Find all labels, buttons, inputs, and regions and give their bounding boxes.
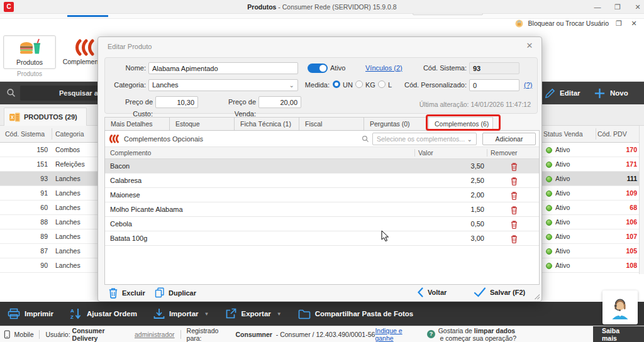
system-code-input[interactable] — [469, 62, 519, 74]
custom-code-input[interactable] — [469, 79, 519, 91]
registered-label: Registrado para: — [187, 327, 234, 342]
duplicate-button[interactable]: Duplicar — [155, 287, 196, 298]
trash-icon[interactable] — [488, 231, 540, 246]
support-chat-button[interactable] — [602, 290, 638, 324]
minimize-button[interactable]: — — [589, 0, 606, 14]
tab-fiscal[interactable]: Fiscal — [299, 117, 364, 131]
share-photos-button[interactable]: Compartilhar Pasta de Fotos — [298, 309, 414, 319]
status-badge: Ativo — [546, 229, 570, 244]
title-bar: C Produtos - Consumer Rede (SERVIDOR) 15… — [0, 0, 644, 14]
complement-row[interactable]: Maionese 2,00 — [105, 188, 539, 202]
column-header-pdv[interactable]: Cód. PDV — [597, 126, 627, 143]
svg-text:A: A — [70, 308, 74, 314]
radio-l[interactable] — [378, 80, 386, 88]
complements-icon — [109, 134, 119, 144]
custom-code-label: Cód. Personalizado: — [399, 79, 467, 91]
products-section-header[interactable]: PRODUTOS (29) — [4, 108, 87, 126]
status-dot-icon — [546, 162, 552, 168]
referral-link[interactable]: Indique e ganhe — [375, 327, 421, 342]
trash-icon[interactable] — [488, 159, 540, 174]
column-header-complement[interactable]: Complemento — [110, 147, 151, 159]
status-badge: Ativo — [546, 172, 570, 186]
trash-icon[interactable] — [488, 174, 540, 188]
column-header-category[interactable]: Categoria — [55, 126, 84, 143]
status-dot-icon — [546, 263, 552, 269]
status-dot-icon — [546, 205, 552, 211]
status-dot-icon — [546, 190, 552, 197]
trash-icon[interactable] — [488, 202, 540, 217]
modal-title: Editar Produto — [108, 43, 152, 50]
export-button[interactable]: Exportar ▼ — [225, 308, 281, 319]
caret-down-icon[interactable]: ▼ — [277, 311, 282, 317]
trash-icon[interactable] — [488, 188, 540, 202]
menu-right-cluster: Bloquear ou Trocar Usuário ❐ ✕ — [515, 14, 639, 33]
lock-icon — [515, 19, 523, 28]
complement-row[interactable]: Calabresa 2,50 — [105, 174, 539, 188]
add-complement-button[interactable]: Adicionar — [482, 133, 536, 145]
active-toggle[interactable] — [308, 63, 328, 73]
tab-ficha-tecnica[interactable]: Ficha Técnica (1) — [234, 117, 299, 131]
import-button[interactable]: Importar ▼ — [153, 308, 209, 319]
back-button[interactable]: Voltar — [417, 287, 447, 297]
status-badge: Ativo — [546, 244, 570, 258]
sort-order-button[interactable]: AZ Ajustar Ordem — [70, 307, 137, 320]
user-role-link[interactable]: administrador — [135, 331, 175, 338]
cleanup-question: Gostaria de limpar dados e começar sua o… — [438, 327, 588, 342]
mobile-label[interactable]: Mobile — [14, 331, 34, 338]
delete-button[interactable]: Excluir — [108, 287, 145, 299]
complement-row[interactable]: Batata 100g 3,00 — [105, 231, 539, 246]
column-header-value[interactable]: Valor — [418, 147, 433, 159]
tab-mais-detalhes[interactable]: Mais Detalhes — [104, 117, 169, 131]
edit-button[interactable]: Editar — [545, 82, 580, 104]
status-badge: Ativo — [546, 186, 570, 201]
last-modified-text: Última alteração: 14/01/2026 11:47:12 — [419, 101, 531, 108]
ribbon-card-label: Produtos — [16, 58, 43, 66]
trash-icon — [108, 287, 118, 299]
complements-select[interactable]: Selecione os complementos...⌄ — [372, 133, 477, 145]
sale-price-input[interactable] — [258, 96, 301, 108]
resize-grip[interactable] — [535, 294, 540, 299]
close-button[interactable]: ✕ — [629, 0, 644, 14]
product-form: Nome: Ativo Vínculos (2) Cód. Sistema: C… — [104, 57, 538, 114]
complement-row[interactable]: Molho Picante Alabama 1,50 — [105, 202, 539, 217]
radio-kg[interactable] — [355, 80, 363, 88]
table-scrollbar[interactable] — [639, 126, 644, 274]
lock-switch-user-button[interactable]: Bloquear ou Trocar Usuário — [528, 19, 609, 27]
print-button[interactable]: Imprimir — [8, 308, 53, 319]
column-header-status[interactable]: Status Venda — [543, 126, 582, 143]
products-list-icon — [9, 113, 20, 122]
restore-icon[interactable]: ❐ — [614, 19, 624, 28]
new-button[interactable]: Novo — [594, 82, 628, 104]
column-header-remove[interactable]: Remover — [491, 147, 518, 159]
check-icon — [474, 287, 486, 297]
caret-down-icon[interactable]: ▼ — [204, 311, 209, 317]
name-input[interactable] — [148, 62, 298, 74]
measure-label: Medida: — [303, 79, 330, 91]
modal-close-button[interactable]: ✕ — [524, 41, 535, 50]
ribbon-card-produtos[interactable]: Produtos — [3, 35, 56, 69]
tab-estoque[interactable]: Estoque — [169, 117, 234, 131]
tab-perguntas[interactable]: Perguntas (0) — [364, 117, 428, 131]
complements-panel: Complementos Opcionais Selecione os comp… — [104, 130, 540, 285]
cost-price-input[interactable] — [155, 96, 198, 108]
column-header-code[interactable]: Cód. Sistema — [5, 126, 45, 143]
radio-un[interactable] — [333, 80, 340, 88]
help-link[interactable]: (?) — [524, 81, 532, 89]
save-button[interactable]: Salvar (F2) — [474, 287, 525, 297]
vinculos-link[interactable]: Vínculos (2) — [365, 64, 402, 72]
search-icon — [362, 135, 369, 143]
close-icon[interactable]: ✕ — [629, 19, 639, 28]
status-dot-icon — [546, 248, 552, 255]
complement-row[interactable]: Cebola 0,50 — [105, 217, 539, 231]
trash-icon[interactable] — [488, 217, 540, 231]
mobile-icon — [3, 330, 11, 339]
status-bar: Mobile Usuário: Consumer Delivery admini… — [0, 326, 644, 342]
learn-more-button[interactable]: Saiba mais — [593, 326, 644, 342]
system-code-label: Cód. Sistema: — [416, 62, 467, 74]
mouse-cursor — [381, 230, 389, 242]
support-agent-icon — [607, 294, 633, 321]
registered-detail: - Consumer / 12.403.490/0001-56 — [274, 331, 375, 338]
complement-row[interactable]: Bacon 3,50 — [105, 159, 539, 174]
category-select[interactable]: Lanches⌄ — [148, 79, 298, 91]
restore-button[interactable]: ❐ — [609, 0, 626, 14]
